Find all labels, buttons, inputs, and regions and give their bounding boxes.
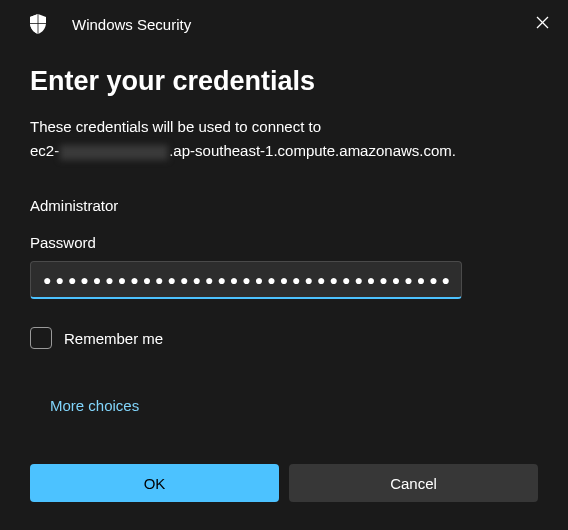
cancel-button[interactable]: Cancel [289, 464, 538, 502]
remember-me-row: Remember me [30, 327, 538, 349]
dialog-content: Enter your credentials These credentials… [0, 44, 568, 464]
host-suffix: .ap-southeast-1.compute.amazonaws.com. [169, 142, 456, 159]
page-title: Enter your credentials [30, 66, 538, 97]
more-choices-link[interactable]: More choices [50, 397, 538, 414]
description-line1: These credentials will be used to connec… [30, 118, 321, 135]
close-icon [536, 16, 549, 29]
redacted-host [60, 145, 168, 160]
close-button[interactable] [530, 10, 554, 34]
username-label: Administrator [30, 197, 538, 214]
windows-security-dialog: Windows Security Enter your credentials … [0, 0, 568, 530]
shield-icon [28, 14, 48, 34]
password-label: Password [30, 234, 538, 251]
remember-me-label: Remember me [64, 330, 163, 347]
description: These credentials will be used to connec… [30, 115, 538, 163]
titlebar: Windows Security [0, 0, 568, 44]
ok-button[interactable]: OK [30, 464, 279, 502]
button-row: OK Cancel [0, 464, 568, 530]
titlebar-text: Windows Security [72, 16, 191, 33]
host-prefix: ec2- [30, 142, 59, 159]
remember-me-checkbox[interactable] [30, 327, 52, 349]
password-input[interactable] [30, 261, 462, 299]
